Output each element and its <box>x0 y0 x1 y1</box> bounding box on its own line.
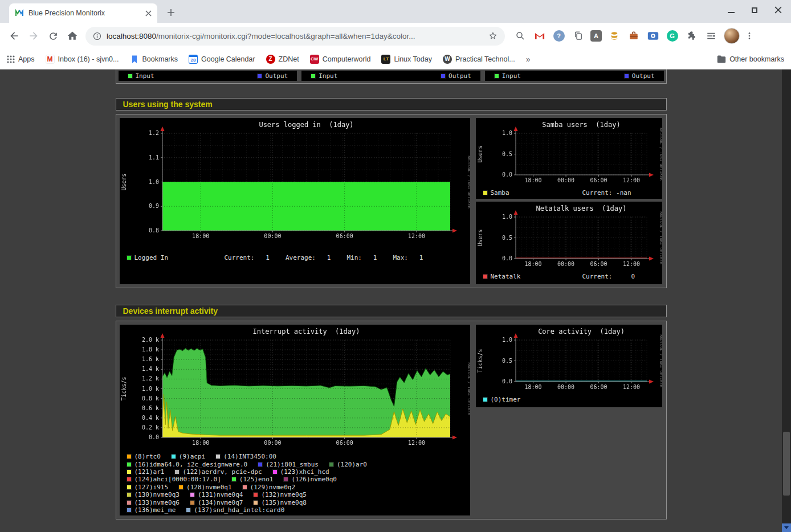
output-swatch <box>441 73 446 79</box>
section-interrupts: Devices interrupt activity (8)rtc0(9)acp… <box>116 305 667 519</box>
calendar-icon: 28 <box>189 55 198 64</box>
core-activity-graph: (0)timer <box>476 325 662 407</box>
core-activity-legend: (0)timer <box>476 395 662 403</box>
input-swatch <box>311 73 316 79</box>
network-graph-panel-cut: Input Output <box>301 71 480 81</box>
users-logged-in-legend: Logged InCurrent: 1Average: 1Min: 1Max: … <box>120 253 470 261</box>
bookmark-linux-today[interactable]: LT Linux Today <box>381 55 432 64</box>
browser-toolbar: localhost:8080/monitorix-cgi/monitorix.c… <box>0 23 791 49</box>
maximize-button[interactable] <box>752 7 757 13</box>
grammarly-extension-icon[interactable]: G <box>665 29 679 43</box>
output-swatch <box>624 73 629 79</box>
page-viewport: Input Output Input Output Input Output U… <box>0 69 791 532</box>
back-button[interactable] <box>5 26 24 46</box>
address-bar[interactable]: localhost:8080/monitorix-cgi/monitorix.c… <box>85 27 505 46</box>
help-extension-icon[interactable]: ? <box>552 29 566 43</box>
bookmark-gmail-inbox[interactable]: M Inbox (16) - sjvn0... <box>46 55 119 64</box>
core-activity-canvas <box>476 325 662 392</box>
extension-icons: ? A G <box>513 29 718 43</box>
browser-menu-icon[interactable] <box>740 26 759 46</box>
minimize-button[interactable] <box>728 12 735 13</box>
database-extension-icon[interactable] <box>607 29 621 43</box>
extensions-puzzle-icon[interactable] <box>684 29 699 43</box>
bookmarks-overflow-icon[interactable]: » <box>526 55 531 64</box>
wordpress-icon: W <box>443 55 452 64</box>
gmail-extension-icon[interactable] <box>532 29 547 43</box>
users-logged-in-canvas <box>120 118 470 249</box>
input-swatch <box>494 73 499 79</box>
network-graph-panel-cut: Input Output <box>485 71 664 81</box>
monitorix-favicon <box>15 9 24 18</box>
apps-shortcut[interactable]: Apps <box>7 55 35 63</box>
netatalk-users-canvas <box>476 202 662 269</box>
bookmark-zdnet[interactable]: Z ZDNet <box>266 55 299 64</box>
interrupt-activity-canvas <box>120 325 470 451</box>
input-swatch <box>128 73 133 79</box>
bookmark-practical-technology[interactable]: W Practical Technol... <box>443 55 515 64</box>
samba-users-graph: SambaCurrent: -nan <box>476 118 662 199</box>
notes-extension-icon[interactable]: A <box>590 30 602 42</box>
window-close-button[interactable] <box>774 6 782 14</box>
gmail-icon: M <box>46 55 55 64</box>
new-tab-button[interactable] <box>163 5 179 21</box>
url-text: localhost:8080/monitorix-cgi/monitorix.c… <box>107 32 483 40</box>
samba-users-legend: SambaCurrent: -nan <box>476 189 662 197</box>
interrupt-activity-graph: (8)rtc0(9)acpi(14)INT3450:00(16)idma64.0… <box>120 325 470 515</box>
netatalk-users-graph: NetatalkCurrent: 0 <box>476 202 662 284</box>
copy-extension-icon[interactable] <box>571 29 585 43</box>
browser-window: Blue Precision Monitorix <box>0 0 791 532</box>
netatalk-users-legend: NetatalkCurrent: 0 <box>476 272 662 280</box>
reload-button[interactable] <box>43 26 63 46</box>
scrollbar-down-button[interactable] <box>782 523 791 532</box>
apps-grid-icon <box>7 55 15 63</box>
other-bookmarks[interactable]: Other bookmarks <box>717 55 784 64</box>
camera-extension-icon[interactable] <box>646 29 660 43</box>
users-logged-in-graph: Logged InCurrent: 1Average: 1Min: 1Max: … <box>120 118 470 284</box>
zdnet-icon: Z <box>266 55 275 64</box>
tab-strip: Blue Precision Monitorix <box>0 0 791 23</box>
page-scrollbar[interactable] <box>782 69 791 532</box>
output-swatch <box>257 73 262 79</box>
section-title-users: Users using the system <box>116 98 667 111</box>
tab-close-icon[interactable] <box>145 10 152 17</box>
tab-title: Blue Precision Monitorix <box>28 9 141 17</box>
linux-today-icon: LT <box>381 55 390 64</box>
network-graph-panel-cut: Input Output <box>119 71 297 81</box>
section-network-partial: Input Output Input Output Input Output <box>116 69 667 84</box>
scrollbar-thumb[interactable] <box>783 432 790 496</box>
samba-users-canvas <box>476 118 662 185</box>
site-info-icon[interactable] <box>92 31 102 41</box>
interrupt-activity-legend: (8)rtc0(9)acpi(14)INT3450:00(16)idma64.0… <box>120 453 470 514</box>
section-users: Users using the system Logged InCurrent:… <box>116 98 667 288</box>
browser-tab[interactable]: Blue Precision Monitorix <box>9 3 157 23</box>
computerworld-icon: CW <box>310 55 319 64</box>
bookmark-bookmarks[interactable]: Bookmarks <box>130 55 178 64</box>
monitorix-page: Input Output Input Output Input Output U… <box>0 69 782 532</box>
bookmark-ribbon-icon <box>130 55 139 64</box>
bookmark-computerworld[interactable]: CW Computerworld <box>310 55 371 64</box>
profile-avatar[interactable] <box>724 28 740 44</box>
reader-extension-icon[interactable] <box>704 29 718 43</box>
search-extension-icon[interactable] <box>513 29 527 43</box>
section-title-interrupts: Devices interrupt activity <box>116 305 667 317</box>
window-controls <box>728 6 782 14</box>
home-button[interactable] <box>63 26 82 46</box>
folder-icon <box>717 55 726 64</box>
bookmark-star-icon[interactable] <box>488 31 498 41</box>
briefcase-extension-icon[interactable] <box>626 29 641 43</box>
bookmarks-bar: Apps M Inbox (16) - sjvn0... Bookmarks 2… <box>0 49 791 69</box>
bookmark-google-calendar[interactable]: 28 Google Calendar <box>189 55 255 64</box>
forward-button[interactable] <box>24 26 43 46</box>
